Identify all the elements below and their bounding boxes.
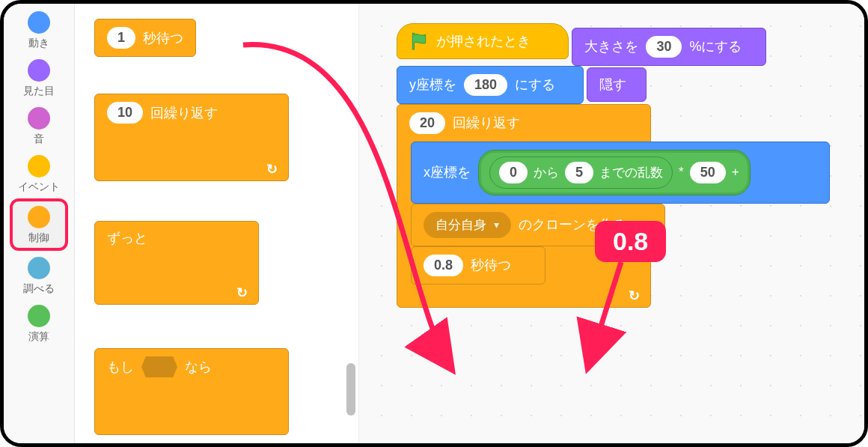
hide-label: 隠す <box>599 76 626 94</box>
loop-arrow-icon: ↻ <box>266 161 278 177</box>
category-looks[interactable]: 見た目 <box>10 55 68 101</box>
set-x-pre: x座標を <box>424 163 471 181</box>
block-set-y[interactable]: y座標を 180 にする <box>397 66 584 104</box>
set-size-pre: 大きさを <box>584 37 638 55</box>
block-repeat-n[interactable]: 10 回繰り返す ↻ <box>94 94 289 181</box>
wait08-label: 秒待つ <box>471 256 511 274</box>
control-dot-icon <box>28 206 50 228</box>
repeat20-value-input[interactable]: 20 <box>409 112 445 134</box>
block-set-size[interactable]: 大きさを 30 %にする <box>572 28 766 66</box>
green-flag-icon <box>409 31 429 51</box>
block-if-then[interactable]: もし なら <box>94 348 289 435</box>
category-label: 調べる <box>23 282 55 296</box>
plus-label: + <box>732 165 739 180</box>
category-label: イベント <box>18 180 60 194</box>
repeat-label: 回繰り返す <box>150 104 218 122</box>
motion-dot-icon <box>28 11 50 34</box>
sound-dot-icon <box>28 107 50 130</box>
block-hide[interactable]: 隠す <box>587 67 647 102</box>
if-label-pre: もし <box>107 358 134 376</box>
times-label: * <box>679 165 684 180</box>
rand-from-input[interactable]: 0 <box>499 162 528 183</box>
events-dot-icon <box>28 155 50 177</box>
clone-target-dropdown[interactable]: 自分自身 <box>424 212 511 238</box>
set-y-post: にする <box>515 76 555 94</box>
loop-arrow-icon: ↻ <box>629 288 640 304</box>
y-value-input[interactable]: 180 <box>464 74 507 96</box>
category-operators[interactable]: 演算 <box>10 300 68 347</box>
category-label: 動き <box>28 37 49 50</box>
flag-clicked-label: が押されたとき <box>436 32 531 50</box>
rand-mid2: までの乱数 <box>599 164 663 181</box>
boolean-slot[interactable] <box>141 356 177 377</box>
category-label: 見た目 <box>23 85 55 98</box>
block-category-sidebar: 動き 見た目 音 イベント 制御 調べる 演算 <box>4 4 75 443</box>
palette-scrollbar[interactable] <box>346 363 355 416</box>
operator-random[interactable]: 0 から 5 までの乱数 <box>489 156 673 189</box>
operator-multiply-add[interactable]: 0 から 5 までの乱数 * 50 + <box>478 150 751 195</box>
category-motion[interactable]: 動き <box>10 7 68 53</box>
forever-label: ずっと <box>107 229 147 247</box>
block-repeat-20[interactable]: 20 回繰り返す x座標を 0 から 5 までの乱数 * 50 <box>397 104 651 308</box>
category-sensing[interactable]: 調べる <box>10 252 68 299</box>
annotation-callout: 0.8 <box>595 221 666 262</box>
block-set-x[interactable]: x座標を 0 から 5 までの乱数 * 50 + <box>411 142 830 204</box>
category-control[interactable]: 制御 <box>10 198 68 251</box>
block-when-flag-clicked[interactable]: が押されたとき <box>397 23 569 59</box>
block-wait-08[interactable]: 0.8 秒待つ <box>411 246 545 285</box>
sensing-dot-icon <box>28 257 50 279</box>
size-value-input[interactable]: 30 <box>646 36 682 58</box>
if-label-post: なら <box>185 358 212 376</box>
wait-value-input[interactable]: 1 <box>107 27 135 49</box>
looks-dot-icon <box>28 59 50 82</box>
set-y-pre: y座標を <box>409 76 456 94</box>
mult-value-input[interactable]: 50 <box>690 162 726 183</box>
rand-to-input[interactable]: 5 <box>565 162 593 183</box>
repeat20-label: 回繰り返す <box>453 114 520 132</box>
block-wait-seconds[interactable]: 1 秒待つ <box>94 19 196 57</box>
wait08-value-input[interactable]: 0.8 <box>424 255 463 276</box>
category-sound[interactable]: 音 <box>10 103 68 149</box>
loop-arrow-icon: ↻ <box>236 285 248 301</box>
category-label: 演算 <box>28 330 49 344</box>
category-label: 制御 <box>28 231 49 245</box>
wait-label: 秒待つ <box>143 29 183 47</box>
rand-mid1: から <box>534 164 559 181</box>
operators-dot-icon <box>28 305 50 327</box>
repeat-value-input[interactable]: 10 <box>107 102 143 124</box>
block-forever[interactable]: ずっと ↻ <box>94 221 259 305</box>
category-label: 音 <box>34 133 44 146</box>
block-palette: 1 秒待つ 10 回繰り返す ↻ ずっと ↻ もし なら <box>75 4 359 443</box>
category-events[interactable]: イベント <box>10 150 68 197</box>
set-size-post: %にする <box>689 37 742 55</box>
